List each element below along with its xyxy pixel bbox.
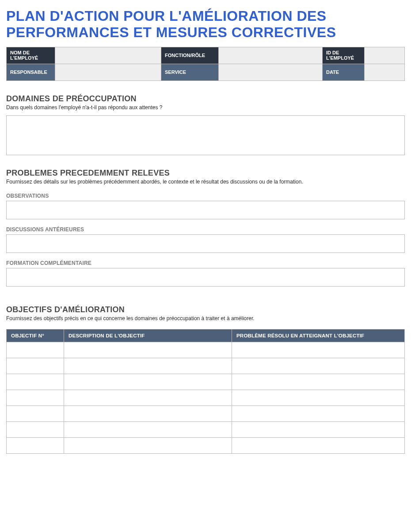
areas-of-concern-heading: DOMAINES DE PRÉOCCUPATION — [6, 94, 405, 103]
service-field[interactable] — [219, 64, 323, 80]
objectives-cell-num[interactable] — [7, 374, 64, 390]
objectives-cell-desc[interactable] — [64, 342, 232, 358]
manager-field[interactable] — [55, 64, 161, 80]
observations-field[interactable] — [6, 201, 405, 219]
employee-id-label: ID DE L'EMPLOYÉ — [323, 47, 365, 64]
objectives-cell-desc[interactable] — [64, 438, 232, 454]
table-row — [7, 342, 405, 358]
prev-issues-description: Fournissez des détails sur les problèmes… — [6, 179, 405, 186]
manager-label: RESPONSABLE — [7, 64, 55, 80]
objectives-cell-desc[interactable] — [64, 390, 232, 406]
objectives-heading: OBJECTIFS D'AMÉLIORATION — [6, 305, 405, 314]
role-field[interactable] — [219, 47, 323, 64]
objectives-col-problem: PROBLÈME RÉSOLU EN ATTEIGNANT L'OBJECTIF — [232, 329, 405, 342]
objectives-cell-problem[interactable] — [232, 406, 405, 422]
table-row: OBJECTIF N° DESCRIPTION DE L'OBJECTIF PR… — [7, 329, 405, 342]
areas-of-concern-field[interactable] — [6, 115, 405, 155]
employee-name-label: NOM DE L'EMPLOYÉ — [7, 47, 55, 64]
objectives-cell-desc[interactable] — [64, 358, 232, 374]
employee-name-field[interactable] — [55, 47, 161, 64]
employee-id-field[interactable] — [365, 47, 405, 64]
role-label: FONCTION/RÔLE — [161, 47, 219, 64]
objectives-cell-problem[interactable] — [232, 422, 405, 438]
table-row — [7, 422, 405, 438]
objectives-cell-problem[interactable] — [232, 374, 405, 390]
table-row — [7, 438, 405, 454]
observations-label: OBSERVATIONS — [6, 193, 405, 199]
date-field[interactable] — [365, 64, 405, 80]
discussions-field[interactable] — [6, 234, 405, 253]
table-row: NOM DE L'EMPLOYÉ FONCTION/RÔLE ID DE L'E… — [7, 47, 405, 64]
objectives-col-desc: DESCRIPTION DE L'OBJECTIF — [64, 329, 232, 342]
table-row — [7, 358, 405, 374]
objectives-cell-num[interactable] — [7, 438, 64, 454]
objectives-cell-problem[interactable] — [232, 358, 405, 374]
objectives-cell-num[interactable] — [7, 358, 64, 374]
training-label: FORMATION COMPLÉMENTAIRE — [6, 260, 405, 266]
discussions-label: DISCUSSIONS ANTÉRIEURES — [6, 226, 405, 233]
areas-of-concern-description: Dans quels domaines l'employé n'a-t-il p… — [6, 104, 405, 111]
objectives-col-num: OBJECTIF N° — [7, 329, 64, 342]
objectives-cell-num[interactable] — [7, 422, 64, 438]
objectives-cell-num[interactable] — [7, 390, 64, 406]
objectives-cell-num[interactable] — [7, 342, 64, 358]
objectives-cell-problem[interactable] — [232, 438, 405, 454]
table-row: RESPONSABLE SERVICE DATE — [7, 64, 405, 80]
objectives-cell-desc[interactable] — [64, 374, 232, 390]
service-label: SERVICE — [161, 64, 219, 80]
table-row — [7, 390, 405, 406]
table-row — [7, 374, 405, 390]
objectives-cell-desc[interactable] — [64, 422, 232, 438]
objectives-cell-problem[interactable] — [232, 342, 405, 358]
objectives-cell-problem[interactable] — [232, 390, 405, 406]
table-row — [7, 406, 405, 422]
training-field[interactable] — [6, 268, 405, 287]
page-title: PLAN D'ACTION POUR L'AMÉLIORATION DES PE… — [6, 8, 405, 41]
employee-info-table: NOM DE L'EMPLOYÉ FONCTION/RÔLE ID DE L'E… — [6, 47, 405, 81]
objectives-description: Fournissez des objectifs précis en ce qu… — [6, 315, 405, 322]
prev-issues-heading: PROBLEMES PRECEDEMMENT RELEVES — [6, 168, 405, 178]
objectives-cell-num[interactable] — [7, 406, 64, 422]
date-label: DATE — [323, 64, 365, 80]
objectives-table: OBJECTIF N° DESCRIPTION DE L'OBJECTIF PR… — [6, 329, 405, 454]
objectives-cell-desc[interactable] — [64, 406, 232, 422]
